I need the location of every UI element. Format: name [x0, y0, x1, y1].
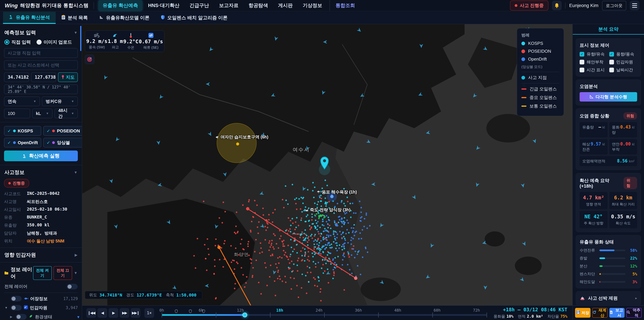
layers-all-on-button[interactable]: 전체 켜기	[33, 266, 52, 280]
fast-forward-button[interactable]: ▶▶	[120, 308, 129, 318]
incident-row-사고명: 사고명씨프린스호	[4, 199, 78, 204]
display-check-풍향/풍속[interactable]: ✓풍향/풍속	[609, 51, 637, 57]
layer-label: 환경생태	[29, 314, 78, 320]
latitude-input[interactable]: 34.7418271295	[4, 72, 29, 82]
checkbox-icon[interactable]: ✓	[609, 52, 614, 57]
layer-toggle-어장정보[interactable]	[11, 296, 22, 301]
fish-icon	[24, 296, 28, 301]
tab-분석 목록[interactable]: 분석 목록	[56, 12, 94, 24]
legend-incident-label: 사고 지점	[528, 75, 547, 81]
nav-item-유출유 확산예측[interactable]: 유출유 확산예측	[98, 0, 142, 11]
duration-select[interactable]: 48시간 ▼	[54, 109, 78, 118]
display-check-민감자원[interactable]: 민감자원	[609, 59, 637, 65]
layers-all-off-button[interactable]: 전체 끄기	[54, 266, 72, 280]
display-check-유향/유속[interactable]: ✓유향/유속	[580, 51, 608, 57]
map-canvas[interactable]: 9.2 m/s 풍속 (SW) 1.8 m 파고 9.2°C 수온 0.67 m…	[82, 24, 572, 305]
chevron-down-icon[interactable]: ▼	[74, 271, 78, 275]
recenter-target-button[interactable]	[85, 55, 94, 64]
sidebar-scrollbar[interactable]	[80, 26, 81, 51]
model-checkbox-KOSPS[interactable]: ✓KOSPS	[4, 126, 41, 136]
play-button[interactable]: ▶	[109, 308, 118, 318]
model-checkbox-OpenDrift[interactable]: ✓OpenDrift	[4, 138, 41, 148]
vessel-spec-section[interactable]: 사고 선박 제원 ▸	[576, 291, 641, 305]
timeline-track-area: 0h6h12h18h24h36h48h60h72h	[162, 306, 487, 320]
checkbox-icon[interactable]	[580, 60, 584, 65]
skip-start-button[interactable]: ❙◀◀	[86, 308, 96, 318]
pick-on-map-button[interactable]: 지도	[58, 72, 78, 82]
run-prediction-button[interactable]: 확산예측 실행	[4, 151, 78, 161]
checkbox-icon[interactable]	[609, 68, 614, 72]
incident-row-유종: 유종BUNKER_C	[4, 215, 78, 220]
section-info-layers[interactable]: 정보 레이어 전체 켜기 전체 끄기 ▼	[4, 266, 78, 280]
section-prediction-input[interactable]: 예측정보 입력 ▼	[4, 29, 78, 36]
저장-button[interactable]: 저장	[575, 308, 590, 318]
layer-toggle-환경생태[interactable]	[16, 314, 26, 319]
tab-오일펜스 배치 알고리즘 이론[interactable]: 오일펜스 배치 알고리즘 이론	[155, 12, 233, 24]
재계산-button[interactable]: 재계산	[592, 308, 608, 318]
nav-item-보고자료[interactable]: 보고자료	[215, 0, 243, 11]
oil-type-value: 벙커C유	[46, 99, 62, 104]
amount-input[interactable]: 100	[4, 109, 30, 118]
menu-button[interactable]	[630, 1, 639, 10]
longitude-readout: 127.6739°E	[136, 293, 162, 297]
model-checkbox-POSEIDON[interactable]: ✓POSEIDON	[43, 126, 82, 136]
radio-image-upload[interactable]: 이미지 업로드	[36, 39, 72, 45]
master-layer-toggle[interactable]	[67, 284, 78, 289]
display-check-날짜시간[interactable]: 날짜시간	[609, 67, 637, 73]
notifications-button[interactable]	[552, 1, 562, 10]
layer-toggle-민감자원[interactable]	[11, 305, 22, 310]
step-back-button[interactable]: ◀	[98, 308, 107, 318]
timeline-stat-풍화율: 풍화율10%	[494, 314, 514, 319]
longitude-input[interactable]: 127.673856994	[31, 72, 56, 82]
master-layer-row: 전체 레이어	[4, 283, 78, 293]
unit-select[interactable]: kL ▼	[32, 109, 52, 118]
chevron-down-icon[interactable]: ▼	[74, 170, 78, 175]
radio-direct-input[interactable]: 직접 입력	[4, 39, 31, 45]
역추적-button[interactable]: 역추적	[626, 308, 642, 318]
incident-active-badge[interactable]: 사고 진행중	[510, 1, 548, 11]
incident-name-input[interactable]	[4, 48, 78, 58]
chevron-down-icon[interactable]: ▼	[74, 31, 78, 35]
spill-type-select[interactable]: 연속 ▼	[4, 97, 40, 106]
nav-item-항공탐색[interactable]: 항공탐색	[244, 0, 272, 11]
checkbox-icon[interactable]: ✓	[580, 52, 584, 57]
legend-incident-point: 사고 지점	[522, 75, 559, 81]
chevron-down-icon: ▼	[71, 100, 74, 103]
polygon-analysis-button[interactable]: 다각형 분석수행	[580, 92, 637, 102]
facility-label[interactable]: 죽도 전략 양식장 (3h)	[305, 207, 350, 213]
nav-item-게시판[interactable]: 게시판	[274, 0, 297, 11]
playback-speed-button[interactable]: 1×	[144, 308, 154, 318]
timeline-track[interactable]	[162, 314, 487, 316]
nav-item-통합조회[interactable]: 통합조회	[330, 0, 360, 11]
chevron-right-icon[interactable]: ▶	[75, 253, 78, 257]
incident-point-marker[interactable]	[319, 157, 330, 175]
checkbox-icon[interactable]	[580, 68, 584, 72]
weather-wave: 1.8 m 파고	[108, 33, 123, 50]
layer-item-환경생태: ▶환경생태	[4, 312, 78, 320]
section-incident-info[interactable]: 사고정보 ▼	[4, 169, 78, 176]
beach-label[interactable]: 웅포 해수욕장 (1h)	[317, 189, 357, 195]
tab-유출유 확산분석[interactable]: 유출유 확산분석	[3, 12, 56, 24]
chevron-down-icon[interactable]: ▼	[4, 306, 8, 309]
master-layer-label: 전체 레이어	[4, 283, 27, 289]
section-impact-resources[interactable]: 영향 민감자원 ▶	[4, 251, 78, 258]
chevron-right-icon[interactable]: ▶	[9, 315, 14, 319]
display-check-해안부착[interactable]: 해안부착	[580, 59, 608, 65]
nav-item-HNS·대기확산[interactable]: HNS·대기확산	[144, 0, 184, 11]
oil-type-select[interactable]: 벙커C유 ▼	[42, 97, 78, 106]
nav-item-긴급구난[interactable]: 긴급구난	[185, 0, 213, 11]
tab-유출유확산모델 이론[interactable]: 유출유확산모델 이론	[94, 12, 155, 24]
timeline-handle[interactable]	[242, 312, 247, 317]
wetland-label[interactable]: 여자만 습지보호구역 (6h)	[216, 134, 268, 140]
nav-item-기상정보[interactable]: 기상정보	[298, 0, 326, 11]
skip-end-button[interactable]: ▶▶❙	[131, 308, 140, 318]
spill-type-value: 연속	[8, 99, 16, 104]
logout-button[interactable]: 로그아웃	[602, 1, 626, 11]
checkbox-icon[interactable]	[609, 60, 614, 65]
보고서-button[interactable]: 보고서	[609, 308, 625, 318]
model-checkbox-앙상블[interactable]: ✓앙상블	[43, 138, 82, 148]
incident-list-input[interactable]	[4, 60, 78, 70]
microscope-icon	[22, 154, 27, 158]
display-check-시간 표시[interactable]: 시간 표시	[580, 67, 608, 73]
pollution-analysis-title: 오염분석	[580, 83, 637, 89]
